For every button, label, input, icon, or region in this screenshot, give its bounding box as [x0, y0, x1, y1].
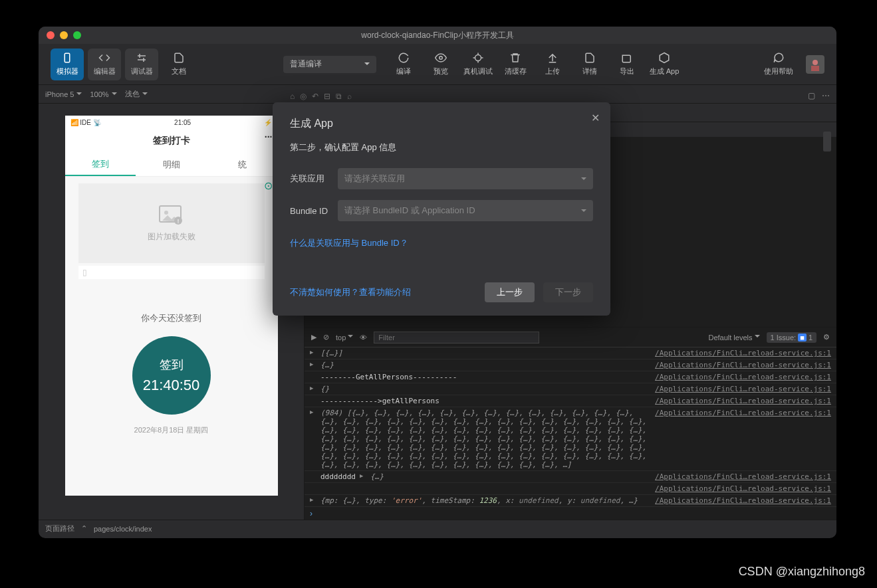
user-icon	[808, 57, 822, 72]
console-row[interactable]: ▶[{…}]/Applications/FinCli…reload-servic…	[305, 347, 836, 359]
filter-input[interactable]	[374, 332, 539, 343]
svg-point-6	[164, 211, 168, 215]
levels-select[interactable]: Default levels	[708, 333, 759, 342]
close-icon[interactable]	[47, 31, 55, 39]
page-path-value: pages/clock/index	[94, 525, 152, 533]
tab-stats[interactable]: 统	[207, 153, 278, 176]
menu-icon[interactable]: ···	[265, 132, 273, 142]
build-app-modal: ✕ 生成 App 第二步，确认配置 App 信息 关联应用 请选择关联应用 Bu…	[273, 102, 610, 316]
editor-button[interactable]: 编辑器	[88, 49, 121, 80]
theme-select[interactable]: 浅色	[125, 89, 148, 99]
location-icon[interactable]: ◎	[300, 92, 307, 101]
target-icon[interactable]: ⊙	[264, 179, 273, 192]
clear-icon[interactable]: ⊘	[323, 333, 329, 342]
console-row[interactable]: ▶{}/Applications/FinCli…reload-service.j…	[305, 383, 836, 395]
zoom-select[interactable]: 100%	[90, 90, 116, 98]
eye-icon	[435, 52, 447, 64]
image-placeholder: ! 图片加载失败	[78, 183, 265, 263]
chevron-down-icon	[364, 62, 370, 68]
bundle-id-select[interactable]: 请选择 BundleID 或 Application ID	[338, 200, 593, 221]
preview-button[interactable]: 预览	[424, 49, 457, 80]
clear-cache-button[interactable]: 清缓存	[499, 49, 532, 80]
simulator-subbar: iPhone 5 100% 浅色	[39, 85, 836, 104]
what-is-link[interactable]: 什么是关联应用与 Bundle ID？	[290, 238, 408, 248]
upload-icon	[547, 52, 559, 64]
compile-select[interactable]: 普通编译	[283, 56, 376, 73]
linked-app-label: 关联应用	[290, 173, 338, 185]
console-row[interactable]: --------GetAllPersons----------/Applicat…	[305, 371, 836, 383]
cube-icon	[658, 52, 670, 64]
help-link[interactable]: 不清楚如何使用？查看功能介绍	[290, 286, 411, 298]
export-button[interactable]: 导出	[610, 49, 644, 80]
copy-icon[interactable]: ⧉	[336, 92, 342, 101]
phone-icon	[61, 52, 73, 64]
search-icon[interactable]: ⌕	[347, 92, 352, 101]
svg-rect-0	[64, 53, 70, 62]
size-icon[interactable]: ⊟	[324, 92, 330, 101]
date-text: 2022年8月18日 星期四	[134, 425, 209, 435]
svg-text:!: !	[177, 218, 179, 225]
export-icon	[621, 52, 633, 64]
chevron-down-icon	[581, 209, 586, 215]
close-icon[interactable]: ✕	[591, 112, 600, 124]
context-select[interactable]: top	[336, 333, 353, 342]
device-select[interactable]: iPhone 5	[45, 90, 82, 98]
prev-button[interactable]: 上一步	[485, 282, 535, 302]
help-button[interactable]: 使用帮助	[762, 49, 795, 80]
tab-signin[interactable]: 签到	[65, 153, 136, 176]
chevron-down-icon	[76, 92, 82, 98]
layout-icon[interactable]: ▢	[808, 91, 815, 100]
console-row[interactable]: ▶{…}/Applications/FinCli…reload-service.…	[305, 359, 836, 371]
bug-icon	[472, 52, 484, 64]
image-fail-icon: !	[158, 205, 185, 226]
upload-button[interactable]: 上传	[536, 49, 569, 80]
chevron-down-icon	[581, 177, 586, 183]
simulator-panel: 📶 IDE 📡 21:05 ⚡ 签到打卡 ··· 签到 明细 统 ⊙	[39, 104, 305, 520]
detail-button[interactable]: 详情	[573, 49, 606, 80]
window-title: word-clock-qiandao-FinClip小程序开发工具	[361, 30, 513, 41]
status-bar: 📶 IDE 📡 21:05 ⚡	[65, 116, 278, 129]
avatar[interactable]	[806, 55, 824, 74]
console-panel: ▶ ⊘ top 👁 Default levels 1 Issue: ■ 1 ⚙ …	[305, 327, 836, 520]
chevron-down-icon	[112, 92, 117, 98]
nav-bar: 签到打卡 ···	[65, 129, 278, 153]
gear-icon[interactable]: ⚙	[823, 333, 830, 342]
console-row[interactable]: ▶{mp: {…}, type: 'error', timeStamp: 123…	[305, 495, 836, 507]
next-button[interactable]: 下一步	[543, 282, 593, 302]
sliders-icon	[136, 52, 148, 64]
play-icon[interactable]: ▶	[311, 333, 316, 342]
footer-bar: 页面路径 ⌃ pages/clock/index	[39, 520, 836, 537]
more-icon[interactable]: ⋯	[822, 91, 830, 100]
chevron-up-icon[interactable]: ⌃	[81, 524, 87, 533]
chat-icon	[773, 52, 785, 64]
back-icon[interactable]: ↶	[312, 92, 318, 101]
signin-button[interactable]: 签到 21:40:50	[132, 336, 211, 415]
svg-point-1	[439, 56, 443, 60]
tab-detail[interactable]: 明细	[136, 153, 207, 176]
console-prompt[interactable]: ›	[305, 508, 836, 520]
compile-button[interactable]: 编译	[387, 49, 420, 80]
debugger-button[interactable]: 调试器	[125, 49, 158, 80]
minimap[interactable]	[823, 137, 831, 151]
maximize-icon[interactable]	[73, 31, 81, 39]
simulator-button[interactable]: 模拟器	[51, 49, 84, 80]
trash-icon	[509, 52, 521, 64]
issues-badge[interactable]: 1 Issue: ■ 1	[767, 332, 816, 343]
console-row[interactable]: ------------->getAllPersons/Applications…	[305, 395, 836, 407]
bundle-id-label: Bundle ID	[290, 206, 338, 216]
minimize-icon[interactable]	[60, 31, 68, 39]
console-row[interactable]: dddddddd▶{…}/Applications/FinCli…reload-…	[305, 471, 836, 483]
info-icon	[584, 52, 596, 64]
toolbar: 模拟器 编辑器 调试器 文档 普通编译 编译 预览 真机调试 清缓存 上传 详情…	[39, 44, 836, 85]
titlebar: word-clock-qiandao-FinClip小程序开发工具	[39, 27, 836, 44]
device-debug-button[interactable]: 真机调试	[461, 49, 495, 80]
phone-preview: 📶 IDE 📡 21:05 ⚡ 签到打卡 ··· 签到 明细 统 ⊙	[65, 116, 278, 496]
build-app-button[interactable]: 生成 App	[648, 49, 681, 80]
linked-app-select[interactable]: 请选择关联应用	[338, 168, 593, 189]
document-icon	[173, 52, 185, 64]
no-checkin-text: 你今天还没签到	[141, 312, 201, 324]
eye-icon[interactable]: 👁	[360, 334, 367, 342]
home-icon[interactable]: ⌂	[290, 92, 295, 101]
console-row[interactable]: ▶(984) [{…}, {…}, {…}, {…}, {…}, {…}, {……	[305, 407, 836, 471]
docs-button[interactable]: 文档	[162, 49, 195, 80]
